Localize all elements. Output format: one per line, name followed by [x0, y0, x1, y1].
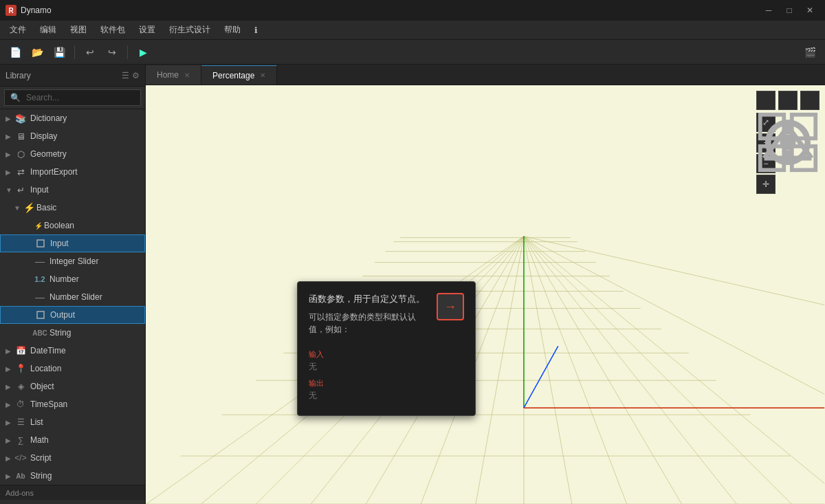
- canvas-toolbar: ⤢ + − ✛: [756, 91, 820, 194]
- tab-percentage-close[interactable]: ✕: [260, 72, 265, 79]
- canvas-3d-button[interactable]: [800, 91, 820, 110]
- menubar: 文件 编辑 视图 软件包 设置 衍生式设计 帮助 ℹ: [0, 21, 825, 40]
- dynamo-player-button[interactable]: 🎬: [800, 43, 820, 62]
- maximize-button[interactable]: □: [780, 3, 799, 18]
- expand-icon: ▶: [6, 419, 14, 426]
- sidebar-item-input-node[interactable]: Input: [0, 234, 145, 252]
- svg-rect-0: [37, 240, 44, 247]
- svg-line-31: [524, 237, 824, 305]
- tooltip-icon-area: →: [437, 293, 464, 320]
- library-filter-button[interactable]: ☰: [122, 71, 129, 80]
- menu-settings[interactable]: 设置: [132, 21, 162, 39]
- canvas[interactable]: ⤢ + − ✛ 函数参数，用于自定义节点。 可以指定参数的类型和默认认值，例如：…: [146, 85, 825, 504]
- sidebar-item-label: Geometry: [30, 149, 140, 159]
- svg-rect-1: [37, 311, 44, 318]
- expand-icon: ▶: [6, 347, 14, 355]
- lightning-icon: ⚡: [23, 202, 35, 213]
- arrow-symbol: →: [444, 300, 456, 314]
- menu-generative[interactable]: 衍生式设计: [162, 21, 217, 39]
- sidebar-item-label: Script: [30, 453, 140, 463]
- close-button[interactable]: ✕: [800, 3, 820, 18]
- toolbar-separator-1: [74, 45, 75, 59]
- redo-button[interactable]: ↪: [102, 43, 122, 62]
- importexport-icon: ⇄: [15, 166, 26, 177]
- sidebar-item-input[interactable]: ▼ ↵ Input: [0, 181, 145, 199]
- menu-packages[interactable]: 软件包: [94, 21, 132, 39]
- sidebar-item-label: Math: [30, 435, 140, 445]
- content-area: Home ✕ Percentage ✕: [146, 65, 825, 504]
- sidebar-item-timespan[interactable]: ▶ ⏱ TimeSpan: [0, 395, 145, 413]
- tab-home-label: Home: [157, 70, 179, 80]
- svg-line-30: [524, 237, 824, 395]
- sidebar-item-string[interactable]: ▶ Ab String: [0, 467, 145, 485]
- search-container[interactable]: 🔍 Search...: [4, 89, 141, 106]
- menu-info[interactable]: ℹ: [248, 23, 265, 38]
- sidebar-item-basic[interactable]: ▼ ⚡ Basic: [0, 199, 145, 217]
- undo-button[interactable]: ↩: [80, 43, 100, 62]
- canvas-view-buttons: [756, 91, 820, 110]
- sidebar-item-label: String: [50, 328, 140, 338]
- datetime-icon: 📅: [15, 345, 26, 356]
- sidebar-item-datetime[interactable]: ▶ 📅 DateTime: [0, 342, 145, 360]
- expand-icon: ▶: [6, 365, 14, 373]
- sidebar-item-importexport[interactable]: ▶ ⇄ ImportExport: [0, 163, 145, 181]
- sidebar-item-math[interactable]: ▶ ∑ Math: [0, 431, 145, 449]
- tooltip-arrow-icon: →: [437, 293, 464, 320]
- sidebar-item-list[interactable]: ▶ ☰ List: [0, 413, 145, 431]
- expand-icon: ▶: [6, 151, 14, 158]
- library-settings-button[interactable]: ⚙: [132, 71, 140, 80]
- minimize-button[interactable]: ─: [759, 3, 778, 18]
- sidebar-item-label: DateTime: [30, 346, 140, 355]
- sidebar-item-dictionary[interactable]: ▶ 📚 Dictionary: [0, 109, 145, 127]
- sidebar-item-location[interactable]: ▶ 📍 Location: [0, 360, 145, 377]
- titlebar-left: R Dynamo: [6, 5, 52, 16]
- addons-divider: Add-ons: [0, 485, 145, 500]
- menu-edit[interactable]: 编辑: [33, 21, 63, 39]
- sidebar-item-label: String: [30, 471, 140, 481]
- menu-file[interactable]: 文件: [3, 21, 33, 39]
- expand-icon: ▶: [6, 115, 14, 122]
- open-file-button[interactable]: 📂: [28, 43, 47, 62]
- sidebar-item-geometry[interactable]: ▶ ⬡ Geometry: [0, 145, 145, 163]
- menu-help[interactable]: 帮助: [217, 21, 248, 39]
- sidebar-item-object[interactable]: ▶ ◈ Object: [0, 377, 145, 395]
- sidebar-item-label: Input: [50, 239, 139, 248]
- tab-home[interactable]: Home ✕: [146, 65, 201, 85]
- app-icon-letter: R: [8, 7, 13, 14]
- toolbar: 📄 📂 💾 ↩ ↪ ▶ 🎬: [0, 40, 825, 65]
- menu-view[interactable]: 视图: [63, 21, 94, 39]
- list-icon: ☰: [15, 417, 26, 428]
- string-icon: Ab: [15, 470, 26, 481]
- save-button[interactable]: 💾: [50, 43, 69, 62]
- expand-icon: ▶: [6, 168, 14, 176]
- search-placeholder: Search...: [26, 93, 59, 102]
- new-file-button[interactable]: 📄: [6, 43, 25, 62]
- expand-icon: ▶: [6, 437, 14, 444]
- sidebar-item-display[interactable]: ▶ 🖥 Display: [0, 127, 145, 145]
- tooltip-popup: 函数参数，用于自定义节点。 可以指定参数的类型和默认认值，例如： → 输入 无 …: [297, 281, 476, 416]
- sidebar-item-label: Output: [50, 310, 139, 320]
- sidebar-item-number-slider[interactable]: — Number Slider: [0, 288, 145, 306]
- tooltip-input-label: 输入: [309, 349, 464, 360]
- run-button[interactable]: ▶: [133, 43, 153, 62]
- expand-icon: ▶: [6, 472, 14, 480]
- library-tree: ▶ 📚 Dictionary ▶ 🖥 Display ▶ ⬡ Geometry …: [0, 109, 145, 504]
- expand-icon: ▶: [6, 401, 14, 408]
- tooltip-description: 可以指定参数的类型和默认认值，例如：: [309, 311, 428, 336]
- app-title: Dynamo: [21, 6, 52, 15]
- expand-icon: ▶: [6, 454, 14, 462]
- sidebar-item-label: Dictionary: [30, 113, 140, 123]
- sidebar-item-label: Boolean: [44, 221, 140, 230]
- sidebar-item-dropdownfilter[interactable]: ▶ DropDownFilter: [0, 500, 145, 504]
- sidebar-item-number[interactable]: 1.2 Number: [0, 270, 145, 288]
- tab-home-close[interactable]: ✕: [184, 72, 190, 79]
- tab-percentage[interactable]: Percentage ✕: [201, 65, 277, 85]
- sidebar-item-integer-slider[interactable]: — Integer Slider: [0, 252, 145, 270]
- svg-line-28: [524, 237, 791, 504]
- script-icon: </>: [15, 452, 26, 463]
- svg-line-29: [524, 237, 824, 483]
- sidebar-item-output-node[interactable]: Output: [0, 306, 145, 324]
- sidebar-item-script[interactable]: ▶ </> Script: [0, 449, 145, 467]
- sidebar-item-string-sub[interactable]: ABC String: [0, 324, 145, 342]
- sidebar-item-boolean[interactable]: ⚡ Boolean: [0, 217, 145, 234]
